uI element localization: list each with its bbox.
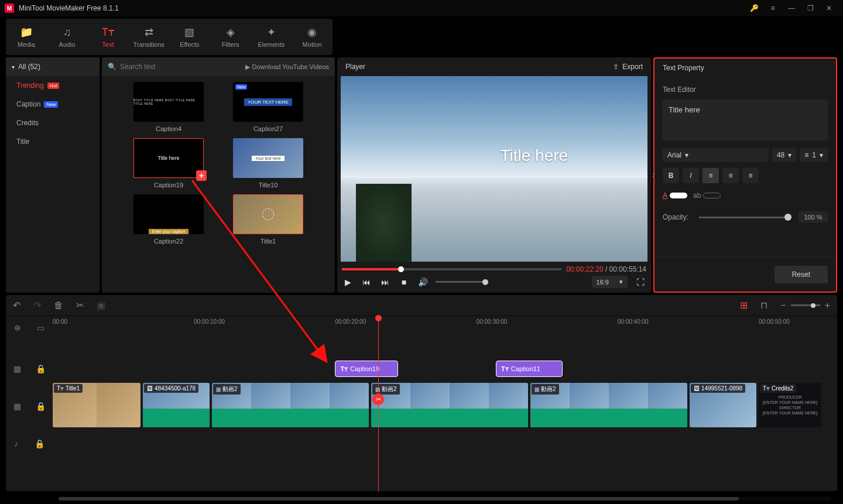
transitions-icon: ⇄ (145, 26, 153, 39)
align-center-button[interactable]: ≡ (722, 168, 739, 183)
expand-chevron-icon[interactable]: › (652, 170, 654, 180)
property-title: Text Property (654, 59, 836, 77)
font-size-select[interactable]: 48▾ (772, 148, 796, 162)
tab-filters[interactable]: ◈Filters (210, 19, 251, 55)
ruler[interactable]: 00:00 00:00:10:00 00:00:20:00 00:00:30:0… (53, 316, 837, 340)
thumbnail: Title here+ (133, 138, 204, 178)
effects-icon: ▧ (184, 26, 194, 39)
add-button[interactable]: + (196, 170, 207, 181)
sidebar-all[interactable]: ▾All (52) (6, 57, 100, 76)
reset-button[interactable]: Reset (775, 266, 828, 283)
minimize-icon[interactable]: — (782, 0, 801, 16)
italic-button[interactable]: I (683, 168, 699, 183)
tab-effects[interactable]: ▧Effects (169, 19, 210, 55)
library-item[interactable]: BODY TITLE HERE BODY TITLE HERE TITLE HE… (133, 82, 204, 132)
video-clip[interactable]: 🖼14995521-0898 (690, 383, 756, 427)
zoom-in-button[interactable]: + (825, 300, 830, 311)
track-lock-icon[interactable]: 🔒 (35, 439, 44, 448)
library-item[interactable]: Enter your caption Caption22 (133, 194, 204, 245)
caption-clip[interactable]: TᴛCaption11 (496, 361, 563, 377)
video-clip[interactable]: ⊞動画2 (371, 383, 528, 427)
volume-icon[interactable]: 🔊 (417, 277, 429, 287)
bold-button[interactable]: B (663, 168, 679, 183)
align-right-button[interactable]: ≡ (742, 168, 759, 183)
align-left-button[interactable]: ≡ (702, 168, 719, 183)
seek-slider[interactable] (342, 268, 561, 270)
next-frame-button[interactable]: ⏭ (379, 277, 391, 287)
prev-frame-button[interactable]: ⏮ (361, 277, 372, 287)
volume-slider[interactable] (436, 281, 488, 283)
tab-text[interactable]: TᴛText (88, 19, 129, 55)
library: 🔍Search text ▶Download YouTube Videos BO… (102, 57, 335, 293)
track-lock-icon[interactable]: 🔒 (36, 402, 46, 411)
undo-button[interactable]: ↶ (13, 300, 20, 311)
app-logo: M (5, 4, 14, 13)
stop-button[interactable]: ■ (398, 277, 410, 287)
hot-badge: Hot (47, 83, 59, 89)
line-height-select[interactable]: ≡1▾ (800, 148, 828, 162)
zoom-out-button[interactable]: − (780, 300, 786, 311)
video-icon: ⊞ (534, 386, 539, 393)
close-icon[interactable]: ✕ (820, 0, 838, 16)
video-clip[interactable]: TᴛTitle1 (53, 383, 140, 427)
thumbnail: NewYOUR TEXT HERE (233, 82, 303, 122)
export-button[interactable]: ⇪Export (613, 63, 643, 71)
track-visibility-icon[interactable]: ▦ (13, 402, 21, 411)
video-clip[interactable]: 🖼48434500-a178 (143, 383, 210, 427)
delete-button[interactable]: 🗑 (54, 300, 63, 311)
download-youtube-link[interactable]: ▶Download YouTube Videos (245, 63, 330, 71)
video-clip[interactable]: ⊞動画2 (530, 383, 687, 427)
timeline-scrollbar[interactable] (59, 497, 831, 500)
library-item[interactable]: Your text here Title10 (233, 138, 303, 188)
tab-media[interactable]: 📁Media (6, 19, 47, 55)
caption-clip[interactable]: TᴛCaption19 (335, 361, 397, 377)
titlebar: M MiniTool MovieMaker Free 8.1.1 🔑 ≡ — ❐… (0, 0, 843, 16)
overlay-text: Title here (500, 146, 568, 165)
track-visibility-icon[interactable]: ▦ (13, 364, 21, 373)
cut-icon[interactable]: ✂ (372, 393, 384, 405)
redo-button[interactable]: ↷ (33, 300, 41, 311)
tab-transitions[interactable]: ⇄Transitions (128, 19, 169, 55)
zoom-slider[interactable] (791, 304, 820, 306)
key-icon[interactable]: 🔑 (745, 0, 763, 16)
snap-icon[interactable]: ⊞ (740, 300, 748, 311)
play-button[interactable]: ▶ (342, 277, 354, 287)
aspect-select[interactable]: 16:9▾ (592, 276, 628, 288)
tab-motion[interactable]: ◉Motion (292, 19, 333, 55)
app-title: MiniTool MovieMaker Free 8.1.1 (19, 4, 119, 12)
video-icon: ⊞ (375, 386, 380, 393)
split-button[interactable]: ✂ (76, 300, 84, 311)
highlight-color-button[interactable]: ab (693, 191, 721, 200)
text-editor-input[interactable] (663, 100, 828, 140)
opacity-value: 100 % (799, 211, 828, 223)
tab-audio[interactable]: ♫Audio (47, 19, 88, 55)
search-input[interactable]: 🔍Search text (108, 63, 245, 71)
menu-icon[interactable]: ≡ (763, 0, 782, 16)
library-item-selected[interactable]: Title here+ Caption19 (133, 138, 204, 188)
maximize-icon[interactable]: ❐ (801, 0, 820, 16)
time-display: 00:00:22:20 / 00:00:55:14 (566, 265, 646, 273)
video-clip[interactable]: ⊞動画2 (212, 383, 369, 427)
library-item[interactable]: NewYOUR TEXT HERE Caption27 (233, 82, 303, 132)
audio-track-icon[interactable]: ♪ (14, 439, 18, 448)
sidebar-item-caption[interactable]: CaptionNew (6, 95, 100, 114)
fullscreen-button[interactable]: ⛶ (635, 277, 646, 287)
video-preview[interactable]: Title here (341, 76, 647, 262)
player: Player ⇪Export Title here 00:00:22:20 / … (337, 57, 651, 293)
video-clip[interactable]: TᴛCredits2 PRODUCER [ENTER YOUR NAME HER… (759, 383, 821, 427)
track-lock-icon[interactable]: 🔒 (36, 364, 46, 373)
chevron-down-icon: ▾ (12, 64, 15, 70)
font-select[interactable]: Arial▾ (663, 148, 769, 162)
tab-elements[interactable]: ✦Elements (251, 19, 292, 55)
magnet-icon[interactable]: ⊓ (760, 300, 767, 311)
collapse-tracks-icon[interactable]: ▭ (37, 323, 44, 332)
opacity-slider[interactable] (699, 217, 788, 218)
sidebar-item-title[interactable]: Title (6, 132, 100, 151)
add-track-icon[interactable]: ⊕ (14, 323, 21, 332)
library-item[interactable]: Title1 (233, 194, 303, 245)
text-color-button[interactable]: A (663, 191, 687, 200)
sidebar-item-trending[interactable]: TrendingHot (6, 76, 100, 95)
sidebar-item-credits[interactable]: Credits (6, 114, 100, 132)
crop-button[interactable]: ▣ (97, 300, 105, 311)
playhead[interactable]: ✂ (378, 316, 379, 492)
